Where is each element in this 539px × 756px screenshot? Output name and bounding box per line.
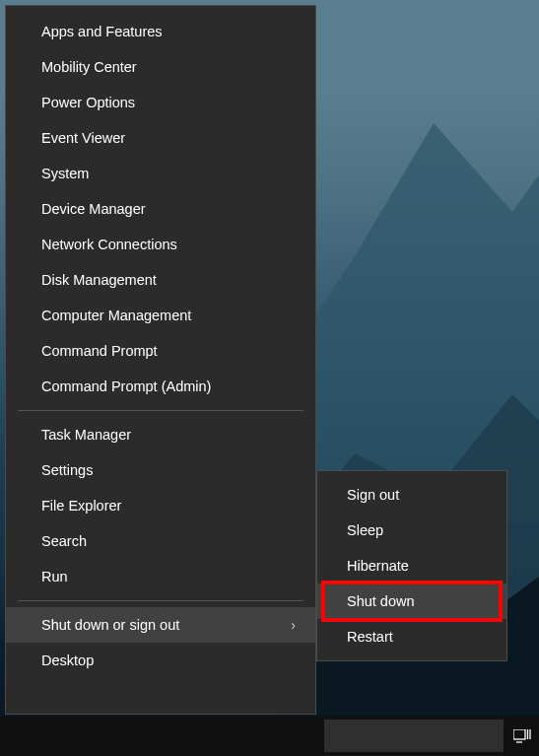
menu-item-label: System bbox=[41, 166, 89, 181]
menu-item-label: Task Manager bbox=[41, 427, 131, 443]
menu-item-label: Power Options bbox=[41, 95, 135, 110]
menu-item-run[interactable]: Run bbox=[6, 559, 315, 594]
winx-context-menu: Apps and FeaturesMobility CenterPower Op… bbox=[5, 5, 316, 715]
menu-item-task-manager[interactable]: Task Manager bbox=[6, 417, 315, 452]
submenu-item-shut-down[interactable]: Shut down bbox=[317, 584, 506, 619]
svg-rect-0 bbox=[513, 729, 525, 739]
submenu-item-label: Sign out bbox=[347, 487, 399, 503]
menu-item-event-viewer[interactable]: Event Viewer bbox=[6, 120, 315, 156]
menu-item-apps-and-features[interactable]: Apps and Features bbox=[6, 14, 315, 49]
menu-item-label: Apps and Features bbox=[41, 24, 163, 39]
chevron-right-icon: › bbox=[291, 617, 296, 633]
menu-item-label: Network Connections bbox=[41, 237, 177, 252]
menu-item-label: Shut down or sign out bbox=[41, 617, 179, 633]
menu-item-label: Event Viewer bbox=[41, 130, 125, 146]
menu-item-network-connections[interactable]: Network Connections bbox=[6, 227, 315, 262]
menu-item-system[interactable]: System bbox=[6, 156, 315, 191]
menu-item-label: Disk Management bbox=[41, 272, 157, 288]
menu-item-mobility-center[interactable]: Mobility Center bbox=[6, 49, 315, 85]
menu-item-label: Command Prompt bbox=[41, 343, 158, 359]
menu-item-label: Run bbox=[41, 569, 68, 584]
menu-item-label: Settings bbox=[41, 462, 93, 478]
menu-item-label: Desktop bbox=[41, 653, 94, 668]
shutdown-submenu: Sign outSleepHibernateShut downRestart bbox=[316, 470, 507, 661]
task-view-icon[interactable] bbox=[505, 717, 539, 756]
menu-item-label: Mobility Center bbox=[41, 59, 137, 75]
submenu-item-restart[interactable]: Restart bbox=[317, 619, 506, 654]
menu-item-settings[interactable]: Settings bbox=[6, 452, 315, 488]
menu-item-label: Command Prompt (Admin) bbox=[41, 378, 211, 394]
menu-item-search[interactable]: Search bbox=[6, 523, 315, 559]
menu-item-shutdown-signout[interactable]: Shut down or sign out› bbox=[6, 607, 315, 643]
menu-item-disk-management[interactable]: Disk Management bbox=[6, 262, 315, 298]
menu-separator bbox=[18, 410, 303, 411]
submenu-item-label: Sleep bbox=[347, 522, 383, 538]
taskbar-search-box[interactable] bbox=[324, 720, 504, 752]
menu-item-computer-management[interactable]: Computer Management bbox=[6, 298, 315, 333]
taskbar bbox=[0, 717, 539, 756]
submenu-item-sleep[interactable]: Sleep bbox=[317, 513, 506, 548]
menu-item-label: Search bbox=[41, 533, 87, 549]
submenu-item-hibernate[interactable]: Hibernate bbox=[317, 548, 506, 584]
menu-item-label: Device Manager bbox=[41, 201, 146, 217]
menu-item-label: File Explorer bbox=[41, 498, 121, 514]
menu-item-label: Computer Management bbox=[41, 308, 191, 323]
menu-item-device-manager[interactable]: Device Manager bbox=[6, 191, 315, 227]
menu-item-desktop[interactable]: Desktop bbox=[6, 643, 315, 678]
menu-item-command-prompt[interactable]: Command Prompt bbox=[6, 333, 315, 369]
menu-item-command-prompt-admin[interactable]: Command Prompt (Admin) bbox=[6, 369, 315, 404]
submenu-item-sign-out[interactable]: Sign out bbox=[317, 477, 506, 513]
submenu-item-label: Shut down bbox=[347, 593, 415, 609]
submenu-item-label: Restart bbox=[347, 629, 393, 645]
menu-item-power-options[interactable]: Power Options bbox=[6, 85, 315, 120]
submenu-item-label: Hibernate bbox=[347, 558, 409, 574]
menu-separator bbox=[18, 600, 303, 601]
menu-item-file-explorer[interactable]: File Explorer bbox=[6, 488, 315, 523]
